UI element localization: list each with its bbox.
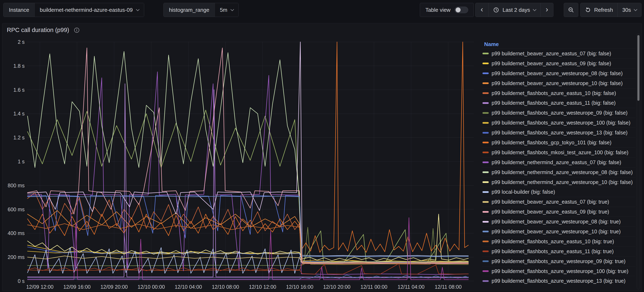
series-color-swatch <box>482 191 489 193</box>
y-axis-tick-label: 1 s <box>2 158 24 164</box>
time-series-chart[interactable] <box>27 41 474 282</box>
rpc-duration-panel: RPC call duration (p99) 0 s200 ms400 ms6… <box>2 23 642 291</box>
table-view-label: Table view <box>426 7 450 13</box>
legend-item[interactable]: p99 buildernet_flashbots_azure_westeurop… <box>482 108 636 118</box>
legend-item[interactable]: p99 buildernet_nethermind_azure_eastus_0… <box>482 157 636 167</box>
legend-item[interactable]: p99 buildernet_beaver_azure_eastus_09 (b… <box>482 58 636 68</box>
instance-label: Instance <box>4 3 35 17</box>
time-range-label: Last 2 days <box>502 7 530 13</box>
refresh-group: Refresh 30s <box>580 3 642 17</box>
legend-item-label: p99 buildernet_flashbots_azure_westeurop… <box>492 268 628 274</box>
legend-scrollbar-thumb[interactable] <box>638 35 640 101</box>
refresh-label: Refresh <box>594 7 613 13</box>
x-axis-tick-label: 12/11 08:00 <box>426 284 471 290</box>
legend-item[interactable]: p99 buildernet_flashbots_gcp_tokyo_101 (… <box>482 138 636 147</box>
info-icon[interactable] <box>74 27 80 33</box>
legend-item-label: p99 local-builder (big: false) <box>492 189 555 195</box>
series-color-swatch <box>482 102 489 104</box>
legend-item[interactable]: p99 buildernet_flashbots_azure_eastus_11… <box>482 246 636 256</box>
legend-item[interactable]: p99 buildernet_beaver_azure_westeurope_0… <box>482 68 636 78</box>
legend-item[interactable]: p99 buildernet_flashbots_azure_westeurop… <box>482 118 636 128</box>
series-color-swatch <box>482 280 489 282</box>
refresh-interval-select[interactable]: 30s <box>618 3 641 17</box>
histogram-range-label: histogram_range <box>164 3 215 17</box>
series-line <box>28 245 468 262</box>
series-color-swatch <box>482 151 489 153</box>
series-color-swatch <box>482 53 489 54</box>
series-color-swatch <box>482 161 489 163</box>
refresh-button[interactable]: Refresh <box>580 3 618 17</box>
series-line <box>28 51 468 262</box>
histogram-range-select[interactable]: 5m <box>215 3 238 17</box>
y-axis-tick-label: 600 ms <box>2 206 24 212</box>
series-color-swatch <box>482 92 489 94</box>
chevron-down-icon <box>634 8 637 11</box>
legend-item[interactable]: p99 buildernet_flashbots_azure_eastus_10… <box>482 236 636 246</box>
series-color-swatch <box>482 132 489 134</box>
legend-item[interactable]: p99 buildernet_flashbots_mkosi_test_azur… <box>482 147 636 157</box>
series-line <box>28 72 468 275</box>
legend-item-label: p99 buildernet_flashbots_mkosi_test_azur… <box>492 149 628 155</box>
table-view-control: Table view <box>420 3 474 17</box>
legend-item-label: p99 buildernet_flashbots_azure_westeurop… <box>492 110 628 116</box>
zoom-out-button[interactable] <box>564 3 578 17</box>
series-line <box>28 42 468 252</box>
y-axis-tick-label: 1.4 s <box>2 111 24 117</box>
table-view-toggle[interactable] <box>454 6 468 13</box>
legend-item[interactable]: p99 buildernet_flashbots_azure_westeurop… <box>482 256 636 266</box>
panel-title: RPC call duration (p99) <box>7 27 69 33</box>
series-color-swatch <box>482 171 489 173</box>
legend-item[interactable]: p99 local-builder (big: false) <box>482 187 636 197</box>
legend-item[interactable]: p99 buildernet_flashbots_azure_westeurop… <box>482 266 636 276</box>
time-shift-forward-button[interactable]: › <box>540 3 553 17</box>
toolbar: Instance buildernet-nethermind-azure-eas… <box>0 0 644 20</box>
legend-item[interactable]: p99 buildernet_flashbots_azure_eastus_10… <box>482 88 636 98</box>
legend-item-label: p99 buildernet_beaver_azure_westeurope_0… <box>492 219 621 225</box>
legend-item[interactable]: p99 buildernet_nethermind_azure_westeuro… <box>482 167 636 177</box>
series-color-swatch <box>482 211 489 213</box>
legend-item[interactable]: p99 buildernet_flashbots_azure_westeurop… <box>482 128 636 138</box>
chevron-down-icon <box>136 8 140 11</box>
legend-item-label: p99 buildernet_beaver_azure_eastus_07 (b… <box>492 199 609 205</box>
y-axis-tick-label: 1.6 s <box>2 87 24 93</box>
time-nav-group: ‹ Last 2 days › <box>475 3 554 17</box>
legend-item-label: p99 buildernet_nethermind_azure_westeuro… <box>492 179 633 185</box>
panel-header[interactable]: RPC call duration (p99) <box>7 27 80 33</box>
legend-item-label: p99 buildernet_flashbots_azure_eastus_11… <box>492 248 614 254</box>
series-color-swatch <box>482 82 489 84</box>
legend-item[interactable]: p99 buildernet_nethermind_azure_westeuro… <box>482 177 636 187</box>
clock-icon <box>493 7 499 13</box>
legend-item-label: p99 buildernet_flashbots_gcp_tokyo_101 (… <box>492 140 612 146</box>
legend-item[interactable]: p99 buildernet_beaver_azure_westeurope_1… <box>482 78 636 88</box>
legend-item-label: p99 buildernet_flashbots_azure_eastus_11… <box>492 100 616 106</box>
series-line <box>28 110 468 263</box>
legend-item-label: p99 buildernet_flashbots_azure_westeurop… <box>492 258 626 264</box>
legend-item-label: p99 buildernet_flashbots_azure_westeurop… <box>492 120 630 126</box>
legend-item[interactable]: p99 buildernet_flashbots_azure_westeurop… <box>482 276 636 286</box>
legend-item[interactable]: p99 buildernet_beaver_azure_eastus_07 (b… <box>482 197 636 207</box>
legend-item[interactable]: p99 buildernet_beaver_azure_westeurope_0… <box>482 217 636 227</box>
series-color-swatch <box>482 270 489 272</box>
series-color-swatch <box>482 201 489 203</box>
legend-item-label: p99 buildernet_flashbots_azure_westeurop… <box>492 278 626 284</box>
y-axis-tick-label: 800 ms <box>2 182 24 188</box>
series-color-swatch <box>482 63 489 64</box>
legend-item[interactable]: p99 buildernet_beaver_azure_eastus_07 (b… <box>482 48 636 58</box>
instance-select[interactable]: buildernet-nethermind-azure-eastus-09 <box>35 3 144 17</box>
legend-item[interactable]: p99 buildernet_beaver_azure_eastus_09 (b… <box>482 207 636 217</box>
series-line <box>28 278 468 278</box>
legend-item[interactable]: p99 buildernet_flashbots_azure_eastus_11… <box>482 98 636 108</box>
legend-item[interactable]: p99 buildernet_beaver_azure_westeurope_1… <box>482 227 636 236</box>
time-shift-back-button[interactable]: ‹ <box>476 3 488 17</box>
series-color-swatch <box>482 72 489 74</box>
time-range-picker[interactable]: Last 2 days <box>488 3 540 17</box>
series-color-swatch <box>482 122 489 124</box>
histogram-range-value: 5m <box>220 7 227 13</box>
y-axis-tick-label: 0 s <box>2 278 24 284</box>
series-color-swatch <box>482 251 489 252</box>
series-line <box>28 247 468 263</box>
legend-item-label: p99 buildernet_flashbots_azure_eastus_10… <box>492 90 616 96</box>
legend-scrollbar[interactable] <box>637 33 640 289</box>
series-color-swatch <box>482 260 489 262</box>
series-color-swatch <box>482 241 489 242</box>
